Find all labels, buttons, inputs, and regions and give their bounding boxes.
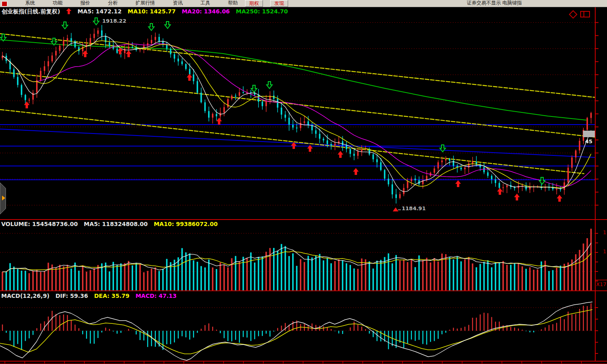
volume-label: VOLUME: 154548736.00: [1, 221, 78, 227]
split-window-icon[interactable]: [580, 11, 590, 17]
menu-item-quotes[interactable]: 报价: [80, 0, 90, 6]
menu-item-extended[interactable]: 扩展行情: [136, 0, 155, 6]
high-price-label: 1918.22: [102, 18, 126, 24]
ma10-label: MA10: 1425.77: [128, 8, 176, 15]
chart-canvas[interactable]: [0, 0, 607, 364]
volume-ma5-label: MA5: 118324808.00: [84, 221, 148, 227]
last-price-tag: 45: [585, 138, 592, 144]
menu-item-news[interactable]: 资讯: [173, 0, 183, 6]
macd-title: MACD(12,26,9): [1, 293, 50, 299]
menu-item-system[interactable]: 系统: [25, 0, 35, 6]
dif-label: DIF: 59.36: [56, 293, 88, 299]
split-divider: [583, 12, 584, 17]
kline-header: 创业板指(日线.前复权) MA5: 1472.12 MA10: 1425.77 …: [2, 8, 292, 15]
menu-item-options[interactable]: 期权: [245, 0, 263, 7]
menu-item-analysis[interactable]: 分析: [108, 0, 118, 6]
macd-label: MACD: 47.13: [136, 293, 177, 299]
kline-title: 创业板指(日线.前复权): [2, 8, 60, 15]
low-price-label: 1184.91: [402, 205, 426, 211]
menu-item-function[interactable]: 功能: [53, 0, 62, 6]
menu-item-discover[interactable]: 发现: [270, 0, 288, 7]
price-tag-box: [583, 131, 595, 137]
volume-multiplier-label: X17: [596, 281, 606, 287]
volume-axis-label-2: 1: [603, 248, 606, 254]
menu-item-help[interactable]: 帮助: [228, 0, 238, 6]
chart-background: [0, 7, 607, 364]
menu-right-text: 证券交易不显示 电脑键指: [467, 0, 522, 6]
macd-header: MACD(12,26,9) DIF: 59.36 DEA: 35.79 MACD…: [1, 293, 181, 299]
menu-bar: 系统 功能 报价 分析 扩展行情 资讯 工具 帮助 期权 发现 证券交易不显示 …: [0, 0, 607, 7]
volume-ma10-label: MA10: 99386072.00: [154, 221, 217, 227]
sidebar-expand-handle[interactable]: [0, 183, 6, 214]
ma20-label: MA20: 1346.06: [182, 8, 230, 15]
trading-app-window: { "menu": { "items": ["系统","功能","报价","分析…: [0, 0, 607, 364]
ma250-label: MA250: 1524.70: [236, 8, 288, 15]
up-arrow-icon: [66, 8, 71, 14]
volume-header: VOLUME: 154548736.00 MA5: 118324808.00 M…: [1, 221, 222, 227]
ma5-label: MA5: 1472.12: [77, 8, 122, 15]
volume-axis-label-1: 1: [603, 229, 606, 235]
dea-label: DEA: 35.79: [94, 293, 129, 299]
app-icon[interactable]: [2, 1, 7, 6]
menu-item-tools[interactable]: 工具: [200, 0, 210, 6]
